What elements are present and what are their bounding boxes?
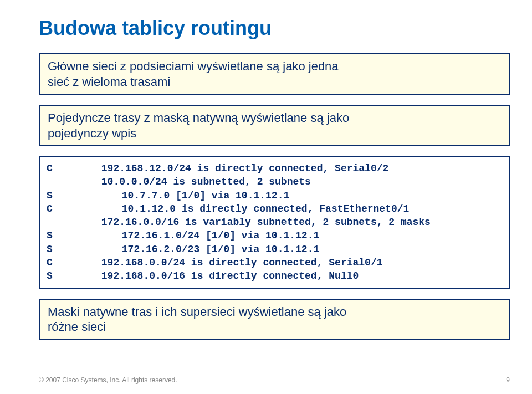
route-flag: C xyxy=(47,256,58,269)
footer: © 2007 Cisco Systems, Inc. All rights re… xyxy=(39,376,510,384)
route-text: 172.16.0.0/16 is variably subnetted, 2 s… xyxy=(64,216,431,229)
callout-line: Maski natywne tras i ich supersieci wyśw… xyxy=(48,304,501,320)
callout-line: sieć z wieloma trasami xyxy=(48,74,501,90)
table-row: 10.0.0.0/24 is subnetted, 2 subnets xyxy=(47,175,503,188)
table-row: 172.16.0.0/16 is variably subnetted, 2 s… xyxy=(47,216,503,229)
route-flag: C xyxy=(47,162,58,175)
route-flag: S xyxy=(47,189,58,202)
route-flag: S xyxy=(47,229,58,242)
table-row: S 192.168.0.0/16 is directly connected, … xyxy=(47,269,503,283)
route-text: 10.1.12.0 is directly connected, FastEth… xyxy=(64,202,409,216)
table-row: C 192.168.12.0/24 is directly connected,… xyxy=(47,162,503,175)
table-row: C 192.168.0.0/24 is directly connected, … xyxy=(47,256,503,269)
page-number: 9 xyxy=(506,376,510,384)
route-text: 192.168.0.0/24 is directly connected, Se… xyxy=(64,256,383,269)
table-row: S 10.7.7.0 [1/0] via 10.1.12.1 xyxy=(47,189,503,202)
route-flag: C xyxy=(47,202,58,216)
table-row: C 10.1.12.0 is directly connected, FastE… xyxy=(47,202,503,216)
table-row: S 172.16.1.0/24 [1/0] via 10.1.12.1 xyxy=(47,229,503,242)
page-title: Budowa tablicy routingu xyxy=(39,17,510,40)
route-text: 192.168.12.0/24 is directly connected, S… xyxy=(64,162,388,175)
route-text: 192.168.0.0/16 is directly connected, Nu… xyxy=(64,269,359,283)
copyright: © 2007 Cisco Systems, Inc. All rights re… xyxy=(39,376,177,384)
callout-line: różne sieci xyxy=(48,319,501,335)
route-flag: S xyxy=(47,269,58,283)
routing-table: C 192.168.12.0/24 is directly connected,… xyxy=(39,156,510,289)
callout-line: pojedynczy wpis xyxy=(48,126,501,141)
route-text: 172.16.1.0/24 [1/0] via 10.1.12.1 xyxy=(64,229,319,242)
route-text: 10.7.7.0 [1/0] via 10.1.12.1 xyxy=(64,189,289,202)
route-flag: S xyxy=(47,243,58,256)
route-text: 10.0.0.0/24 is subnetted, 2 subnets xyxy=(64,175,311,188)
table-row: S 172.16.2.0/23 [1/0] via 10.1.12.1 xyxy=(47,243,503,256)
slide: Budowa tablicy routingu Główne sieci z p… xyxy=(0,0,532,394)
callout-line: Pojedyncze trasy z maską natywną wyświet… xyxy=(48,110,501,126)
callout-native-masks: Maski natywne tras i ich supersieci wyśw… xyxy=(39,299,510,340)
callout-single-routes: Pojedyncze trasy z maską natywną wyświet… xyxy=(39,105,510,146)
callout-line: Główne sieci z podsieciami wyświetlane s… xyxy=(48,59,501,74)
callout-parent-networks: Główne sieci z podsieciami wyświetlane s… xyxy=(39,53,510,95)
route-text: 172.16.2.0/23 [1/0] via 10.1.12.1 xyxy=(64,243,319,256)
